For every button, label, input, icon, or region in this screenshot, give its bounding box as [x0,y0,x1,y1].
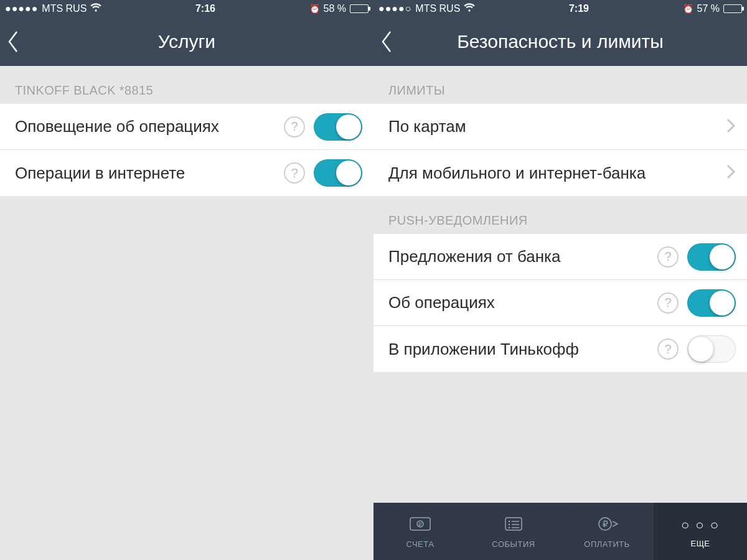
row-label: Об операциях [388,293,657,312]
tab-pay[interactable]: ₽ ОПЛАТИТЬ [560,503,654,560]
tab-bar: ₽ СЧЕТА СОБЫТИЯ ₽ ОПЛАТИТЬ ○ ○ ○ ЕЩЕ [374,503,747,560]
chevron-right-icon [726,164,736,182]
row-push-ops: Об операциях ? [374,280,747,326]
alarm-icon: ⏰ [683,4,693,14]
battery-icon [723,4,742,13]
chevron-left-icon [6,29,20,54]
list-limits: По картам Для мобильного и интернет-банк… [374,104,747,196]
row-internet-ops: Операции в интернете ? [0,150,374,196]
screen-security-limits: ●●●●○ MTS RUS 7:19 ⏰ 57 % Безопасность и… [374,0,747,560]
svg-text:₽: ₽ [418,521,422,528]
help-icon[interactable]: ? [284,162,305,184]
row-label: Операции в интернете [15,164,284,183]
clock-label: 7:16 [195,3,215,14]
row-label: По картам [388,117,726,136]
tab-label: ОПЛАТИТЬ [584,539,629,549]
nav-bar: Безопасность и лимиты [374,17,747,66]
toggle-push-ops[interactable] [687,289,736,317]
back-button[interactable] [6,17,20,66]
back-button[interactable] [380,17,393,66]
chevron-left-icon [380,29,393,54]
alarm-icon: ⏰ [309,4,320,14]
section-header-push: PUSH-УВЕДОМЛЕНИЯ [374,196,747,234]
row-push-offers: Предложения от банка ? [374,234,747,280]
svg-point-4 [509,521,510,523]
list-push: Предложения от банка ? Об операциях ? В … [374,234,747,372]
accounts-icon: ₽ [407,514,433,536]
tab-label: ЕЩЕ [690,539,710,548]
row-notifications: Оповещение об операциях ? [0,104,374,150]
events-icon [500,514,527,536]
row-label: В приложении Тинькофф [388,340,657,359]
toggle-push-offers[interactable] [687,243,736,271]
pay-icon: ₽ [594,514,620,536]
content-area: ЛИМИТЫ По картам Для мобильного и интерн… [374,66,747,560]
toggle-push-app[interactable] [687,335,736,363]
more-icon: ○ ○ ○ [681,515,720,535]
status-bar: ●●●●○ MTS RUS 7:19 ⏰ 57 % [374,0,747,17]
page-title: Услуги [0,31,374,52]
carrier-label: MTS RUS [42,3,87,14]
clock-label: 7:19 [569,3,589,14]
row-limit-mobile[interactable]: Для мобильного и интернет-банка [374,150,747,196]
svg-text:₽: ₽ [603,519,608,529]
content-area: TINKOFF BLACK *8815 Оповещение об операц… [0,66,374,560]
svg-point-6 [509,524,510,526]
row-limit-cards[interactable]: По картам [374,104,747,150]
section-header-limits: ЛИМИТЫ [374,66,747,104]
tab-events[interactable]: СОБЫТИЯ [467,503,560,560]
battery-pct-label: 57 % [697,3,720,14]
toggle-notifications[interactable] [314,113,362,141]
help-icon[interactable]: ? [657,292,679,314]
page-title: Безопасность и лимиты [374,31,747,52]
tab-label: СЧЕТА [406,539,435,549]
svg-point-8 [509,527,510,529]
section-header-card: TINKOFF BLACK *8815 [0,66,374,104]
battery-icon [350,4,369,13]
chevron-right-icon [726,118,736,136]
row-label: Оповещение об операциях [15,117,284,136]
help-icon[interactable]: ? [657,338,679,360]
nav-bar: Услуги [0,17,374,66]
carrier-label: MTS RUS [415,3,460,14]
help-icon[interactable]: ? [657,246,679,268]
tab-accounts[interactable]: ₽ СЧЕТА [374,503,467,560]
status-bar: ●●●●● MTS RUS 7:16 ⏰ 58 % [0,0,374,17]
list-card-services: Оповещение об операциях ? Операции в инт… [0,104,374,196]
signal-dots: ●●●●● [5,3,38,14]
row-label: Для мобильного и интернет-банка [388,164,726,183]
row-push-app: В приложении Тинькофф ? [374,326,747,372]
tab-more[interactable]: ○ ○ ○ ЕЩЕ [654,503,747,560]
wifi-icon [90,3,101,14]
row-label: Предложения от банка [388,247,657,266]
wifi-icon [464,3,475,14]
battery-pct-label: 58 % [324,3,346,14]
screen-services: ●●●●● MTS RUS 7:16 ⏰ 58 % Услуги TINKOFF… [0,0,374,560]
toggle-internet-ops[interactable] [314,159,362,187]
svg-rect-3 [505,518,522,530]
tab-label: СОБЫТИЯ [492,539,535,549]
help-icon[interactable]: ? [284,116,305,138]
signal-dots: ●●●●○ [378,3,411,14]
